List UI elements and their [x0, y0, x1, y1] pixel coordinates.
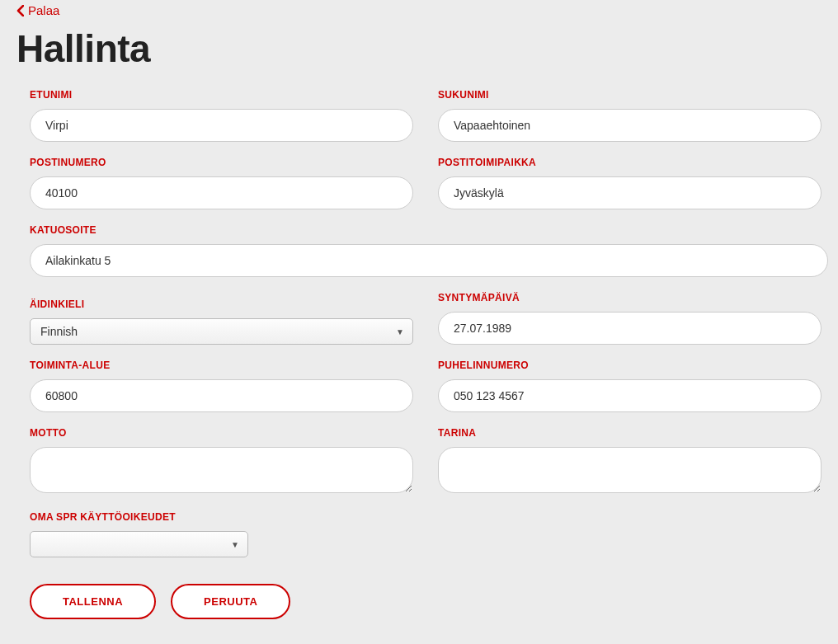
select-kayttooikeudet[interactable]: ▼ [30, 531, 248, 557]
input-sukunimi[interactable] [438, 109, 822, 142]
label-syntymapaiva: SYNTYMÄPÄIVÄ [438, 292, 822, 303]
chevron-left-icon [16, 5, 24, 16]
label-sukunimi: SUKUNIMI [438, 89, 822, 101]
edit-form: ETUNIMI SUKUNIMI POSTINUMERO POSTITOIMIP… [16, 89, 822, 619]
input-katuosoite[interactable] [30, 244, 828, 277]
input-postitoimipaikka[interactable] [438, 176, 822, 209]
input-toimintaalue[interactable] [30, 379, 413, 412]
label-tarina: TARINA [438, 427, 822, 439]
page-title: Hallinta [16, 26, 822, 71]
chevron-down-icon: ▼ [396, 327, 404, 336]
save-button[interactable]: TALLENNA [30, 584, 156, 619]
label-puhelinnumero: PUHELINNUMERO [438, 360, 822, 371]
label-katuosoite: KATUOSOITE [30, 224, 828, 236]
label-postitoimipaikka: POSTITOIMIPAIKKA [438, 157, 822, 168]
label-motto: MOTTO [30, 427, 413, 439]
select-aidinkieli-value: Finnish [40, 325, 78, 338]
label-toimintaalue: TOIMINTA-ALUE [30, 360, 413, 371]
label-postinumero: POSTINUMERO [30, 157, 413, 168]
input-syntymapaiva[interactable] [438, 312, 822, 345]
label-kayttooikeudet: OMA SPR KÄYTTÖOIKEUDET [30, 511, 248, 523]
label-etunimi: ETUNIMI [30, 89, 413, 101]
input-etunimi[interactable] [30, 109, 413, 142]
cancel-button[interactable]: PERUUTA [171, 584, 290, 619]
back-link-label: Palaa [28, 3, 59, 17]
textarea-motto[interactable] [30, 447, 413, 493]
textarea-tarina[interactable] [438, 447, 822, 493]
label-aidinkieli: ÄIDINKIELI [30, 298, 413, 310]
chevron-down-icon: ▼ [231, 539, 239, 548]
input-puhelinnumero[interactable] [438, 379, 822, 412]
select-aidinkieli[interactable]: Finnish ▼ [30, 318, 413, 345]
back-link[interactable]: Palaa [16, 0, 59, 17]
input-postinumero[interactable] [30, 176, 413, 209]
